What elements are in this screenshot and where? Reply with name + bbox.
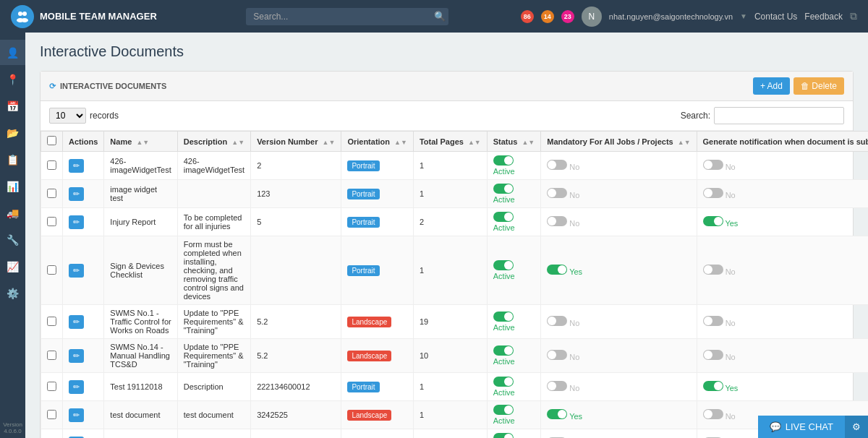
mandatory-label: Yes bbox=[569, 267, 582, 276]
row-actions-cell: ✏ bbox=[63, 339, 104, 373]
row-checkbox[interactable] bbox=[47, 265, 56, 275]
row-description-cell: test document bbox=[177, 401, 250, 429]
per-page-select[interactable]: 10 25 50 100 bbox=[49, 108, 86, 124]
sidebar-icon-location[interactable]: 📍 bbox=[0, 66, 25, 92]
row-status-cell: Active bbox=[487, 429, 541, 439]
table-search-input[interactable] bbox=[714, 107, 844, 124]
sidebar-icon-folder[interactable]: 📂 bbox=[0, 120, 25, 145]
row-checkbox-cell bbox=[41, 236, 63, 305]
row-status-cell: Active bbox=[487, 305, 541, 339]
status-toggle[interactable] bbox=[493, 345, 514, 356]
search-icon: 🔍 bbox=[434, 11, 446, 22]
mandatory-toggle[interactable] bbox=[547, 316, 567, 326]
status-toggle[interactable] bbox=[493, 433, 514, 438]
edit-button[interactable]: ✏ bbox=[69, 380, 84, 394]
row-status-cell: Active bbox=[487, 152, 541, 180]
sidebar-icon-truck[interactable]: 🚚 bbox=[0, 200, 25, 226]
mandatory-toggle[interactable] bbox=[547, 409, 567, 419]
notification-toggle[interactable] bbox=[703, 188, 723, 198]
table-row: ✏ test only test only 2314331 Portrait 1… bbox=[41, 429, 869, 439]
add-button[interactable]: + Add bbox=[753, 77, 790, 95]
mandatory-toggle[interactable] bbox=[547, 160, 567, 170]
row-checkbox[interactable] bbox=[47, 217, 56, 226]
sidebar-icon-chart[interactable]: 📊 bbox=[0, 173, 25, 199]
row-orientation-cell: Portrait bbox=[341, 236, 414, 305]
mandatory-label: No bbox=[569, 319, 579, 327]
th-description[interactable]: Description ▲▼ bbox=[177, 132, 250, 152]
row-pages-cell: 1 bbox=[413, 236, 487, 305]
row-version: 2 bbox=[257, 161, 261, 170]
mandatory-toggle[interactable] bbox=[547, 188, 567, 198]
th-notification[interactable]: Generate notification when document is s… bbox=[697, 132, 868, 152]
status-toggle[interactable] bbox=[493, 312, 514, 322]
search-input[interactable] bbox=[246, 8, 448, 25]
row-orientation-cell: Landscape bbox=[341, 339, 414, 373]
row-name: SWMS No.1 - Traffic Control for Works on… bbox=[110, 309, 171, 335]
th-total-pages[interactable]: Total Pages ▲▼ bbox=[413, 132, 487, 152]
status-toggle[interactable] bbox=[493, 260, 514, 270]
sidebar-icon-settings[interactable]: ⚙️ bbox=[0, 280, 25, 306]
status-toggle[interactable] bbox=[493, 155, 514, 166]
status-label: Active bbox=[493, 416, 515, 425]
row-description: Update to "PPE Requirements" & "Training… bbox=[184, 309, 244, 335]
edit-button[interactable]: ✏ bbox=[69, 315, 84, 329]
mandatory-toggle[interactable] bbox=[547, 381, 567, 391]
row-version: 123 bbox=[257, 189, 270, 198]
notification-toggle[interactable] bbox=[703, 350, 723, 360]
status-toggle[interactable] bbox=[493, 212, 514, 222]
row-name-cell: Sign & Devices Checklist bbox=[104, 236, 177, 305]
edit-button[interactable]: ✏ bbox=[69, 408, 84, 422]
notification-toggle[interactable] bbox=[703, 216, 723, 226]
panel: ⟳ INTERACTIVE DOCUMENTS + Add 🗑 Delete 1… bbox=[40, 71, 854, 438]
status-toggle[interactable] bbox=[493, 405, 514, 415]
row-name-cell: Injury Report bbox=[104, 208, 177, 236]
th-mandatory[interactable]: Mandatory For All Jobs / Projects ▲▼ bbox=[541, 132, 697, 152]
th-checkbox bbox=[41, 132, 63, 152]
notification-toggle[interactable] bbox=[703, 409, 723, 419]
feedback-link[interactable]: Feedback bbox=[804, 12, 843, 22]
edit-button[interactable]: ✏ bbox=[69, 187, 84, 201]
edit-button[interactable]: ✏ bbox=[69, 159, 84, 173]
status-toggle[interactable] bbox=[493, 377, 514, 387]
sidebar-icon-analytics[interactable]: 📈 bbox=[0, 254, 25, 279]
delete-button[interactable]: 🗑 Delete bbox=[793, 77, 844, 95]
edit-button[interactable]: ✏ bbox=[69, 349, 84, 363]
notification-toggle[interactable] bbox=[703, 265, 723, 275]
row-checkbox[interactable] bbox=[47, 160, 56, 170]
sidebar-icon-tools[interactable]: 🔧 bbox=[0, 227, 25, 252]
row-checkbox-cell bbox=[41, 180, 63, 208]
mandatory-label: No bbox=[569, 353, 579, 361]
sidebar-icon-document[interactable]: 📋 bbox=[0, 147, 25, 172]
notification-toggle[interactable] bbox=[703, 316, 723, 326]
th-name[interactable]: Name ▲▼ bbox=[104, 132, 177, 152]
row-description-cell: Form must be completed when installing, … bbox=[177, 236, 250, 305]
sidebar-icon-calendar[interactable]: 📅 bbox=[0, 93, 25, 119]
live-chat-settings-button[interactable]: ⚙ bbox=[845, 416, 868, 438]
user-email[interactable]: nhat.nguyen@saigontechnology.vn bbox=[609, 12, 733, 21]
documents-table: Actions Name ▲▼ Description ▲▼ Version N… bbox=[41, 131, 868, 438]
mandatory-label: Yes bbox=[569, 412, 582, 421]
notification-toggle[interactable] bbox=[703, 381, 723, 391]
mandatory-toggle[interactable] bbox=[547, 350, 567, 360]
row-checkbox[interactable] bbox=[47, 410, 56, 419]
mandatory-toggle[interactable] bbox=[547, 216, 567, 226]
row-version: 5.2 bbox=[257, 351, 268, 360]
row-checkbox[interactable] bbox=[47, 382, 56, 391]
row-checkbox[interactable] bbox=[47, 189, 56, 198]
sidebar-icon-user[interactable]: 👤 bbox=[0, 40, 25, 65]
edit-button[interactable]: ✏ bbox=[69, 215, 84, 229]
th-version[interactable]: Version Number ▲▼ bbox=[251, 132, 341, 152]
row-status-cell: Active bbox=[487, 339, 541, 373]
row-checkbox[interactable] bbox=[47, 351, 56, 360]
row-checkbox[interactable] bbox=[47, 317, 56, 326]
th-orientation[interactable]: Orientation ▲▼ bbox=[341, 132, 414, 152]
edit-button[interactable]: ✏ bbox=[69, 264, 84, 278]
select-all-checkbox[interactable] bbox=[47, 136, 56, 145]
mandatory-toggle[interactable] bbox=[547, 265, 567, 275]
contact-us-link[interactable]: Contact Us bbox=[754, 12, 797, 22]
th-status[interactable]: Status ▲▼ bbox=[487, 132, 541, 152]
live-chat-button[interactable]: 💬 LIVE CHAT bbox=[758, 416, 845, 438]
row-orientation-cell: Landscape bbox=[341, 401, 414, 429]
status-toggle[interactable] bbox=[493, 184, 514, 194]
notification-toggle[interactable] bbox=[703, 160, 723, 170]
